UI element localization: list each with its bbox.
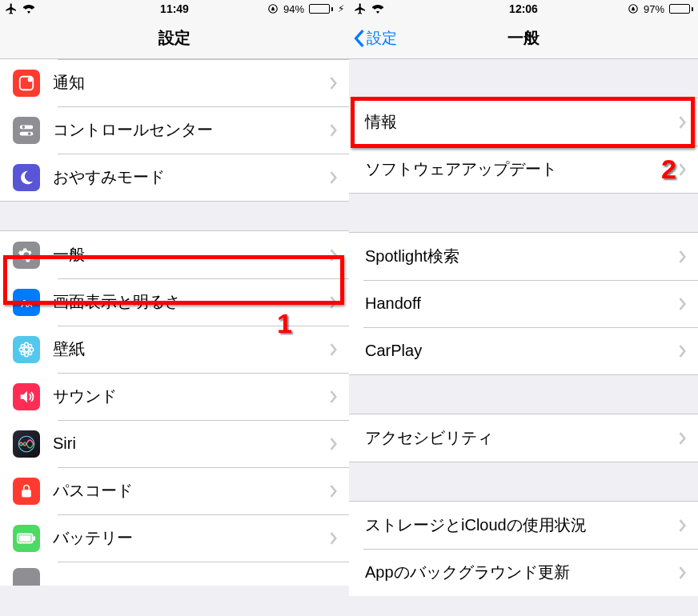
svg-point-17 <box>29 351 32 354</box>
nav-title: 設定 <box>158 27 191 49</box>
nav-title: 一般 <box>507 27 540 49</box>
row-accessibility[interactable]: アクセシビリティ <box>349 414 698 462</box>
chevron-right-icon <box>679 163 687 176</box>
row-label: Spotlight検索 <box>362 246 679 267</box>
chevron-right-icon <box>330 171 338 184</box>
status-bar: 11:49 94% ⚡︎ <box>0 0 349 18</box>
svg-point-9 <box>24 347 29 352</box>
battery-row-icon <box>13 525 40 552</box>
chevron-right-icon <box>679 432 687 445</box>
row-about[interactable]: 情報 <box>349 98 698 146</box>
battery-percent: 97% <box>644 3 664 15</box>
nav-bar: 設定 一般 <box>349 18 698 59</box>
gear-icon <box>13 242 40 269</box>
chevron-right-icon <box>330 485 338 498</box>
row-partial[interactable] <box>0 562 349 586</box>
row-label: ストレージとiCloudの使用状況 <box>362 514 679 536</box>
chevron-right-icon <box>679 566 687 579</box>
row-wallpaper[interactable]: 壁紙 <box>0 326 349 373</box>
svg-rect-3 <box>20 125 34 129</box>
nav-back-label: 設定 <box>367 28 397 49</box>
row-do-not-disturb[interactable]: おやすみモード <box>0 154 349 201</box>
control-center-icon <box>13 117 40 144</box>
chevron-right-icon <box>330 438 338 450</box>
svg-point-11 <box>25 353 29 357</box>
row-label: パスコード <box>53 480 330 502</box>
general-group-1: 情報 ソフトウェアアップデート <box>349 98 698 194</box>
chevron-right-icon <box>679 345 687 358</box>
row-label: 壁紙 <box>53 338 330 360</box>
row-handoff[interactable]: Handoff <box>349 280 698 327</box>
settings-group-2: 一般 AA 画面表示と明るさ 壁紙 サウン <box>0 230 349 586</box>
nav-back-button[interactable]: 設定 <box>354 18 397 58</box>
chevron-right-icon <box>679 116 687 129</box>
row-display[interactable]: AA 画面表示と明るさ <box>0 278 349 326</box>
notifications-icon <box>13 70 40 97</box>
svg-rect-21 <box>33 536 35 541</box>
wifi-icon <box>22 4 35 14</box>
svg-point-4 <box>22 126 26 129</box>
battery-percent: 94% <box>283 3 304 15</box>
settings-group-1: 通知 コントロールセンター おやすみモード <box>0 59 349 202</box>
svg-point-2 <box>28 77 33 82</box>
status-time: 11:49 <box>160 2 189 15</box>
row-label: Handoff <box>362 294 679 313</box>
row-control-center[interactable]: コントロールセンター <box>0 106 349 154</box>
row-label: ソフトウェアアップデート <box>362 158 679 180</box>
partial-icon <box>13 568 40 586</box>
row-notifications[interactable]: 通知 <box>0 59 349 106</box>
airplane-icon <box>5 2 18 15</box>
row-label: コントロールセンター <box>53 119 330 141</box>
right-screenshot: 12:06 97% 設定 一般 情報 ソフトウェアアップデート <box>349 0 698 616</box>
row-general[interactable]: 一般 <box>0 231 349 278</box>
general-list[interactable]: 情報 ソフトウェアアップデート Spotlight検索 Handoff CarP… <box>349 59 698 596</box>
chevron-left-icon <box>354 30 365 47</box>
svg-rect-22 <box>19 535 31 541</box>
row-label: 一般 <box>53 244 330 266</box>
chevron-right-icon <box>679 298 687 310</box>
battery-icon <box>309 4 333 14</box>
status-time: 12:06 <box>509 2 538 15</box>
settings-list[interactable]: 通知 コントロールセンター おやすみモード <box>0 59 349 586</box>
row-label: Siri <box>53 434 330 453</box>
row-spotlight[interactable]: Spotlight検索 <box>349 233 698 280</box>
row-label: バッテリー <box>53 527 330 549</box>
svg-rect-19 <box>22 490 31 497</box>
status-bar: 12:06 97% <box>349 0 698 18</box>
svg-text:A: A <box>27 300 33 308</box>
svg-point-10 <box>25 342 29 346</box>
rotation-lock-icon <box>267 3 279 14</box>
chevron-right-icon <box>679 519 687 532</box>
svg-point-16 <box>21 351 24 354</box>
charging-icon: ⚡︎ <box>338 3 344 14</box>
row-label: 画面表示と明るさ <box>53 291 330 313</box>
svg-point-14 <box>21 344 24 347</box>
row-storage[interactable]: ストレージとiCloudの使用状況 <box>349 502 698 549</box>
chevron-right-icon <box>330 77 338 90</box>
svg-point-15 <box>29 344 32 347</box>
row-label: 情報 <box>362 111 679 133</box>
wifi-icon <box>371 4 384 14</box>
chevron-right-icon <box>679 250 687 263</box>
chevron-right-icon <box>330 124 338 137</box>
general-group-3: アクセシビリティ <box>349 414 698 462</box>
row-siri[interactable]: Siri <box>0 420 349 467</box>
chevron-right-icon <box>330 532 338 545</box>
row-carplay[interactable]: CarPlay <box>349 327 698 374</box>
row-label: アクセシビリティ <box>362 427 679 449</box>
row-bg-refresh[interactable]: Appのバックグラウンド更新 <box>349 549 698 596</box>
moon-icon <box>13 164 40 191</box>
general-group-4: ストレージとiCloudの使用状況 Appのバックグラウンド更新 <box>349 501 698 596</box>
svg-point-13 <box>30 347 34 351</box>
sound-icon <box>13 383 40 410</box>
row-software-update[interactable]: ソフトウェアアップデート <box>349 146 698 193</box>
row-passcode[interactable]: パスコード <box>0 467 349 514</box>
svg-point-12 <box>19 347 23 351</box>
row-sound[interactable]: サウンド <box>0 373 349 420</box>
chevron-right-icon <box>330 296 338 309</box>
chevron-right-icon <box>330 390 338 403</box>
row-label: Appのバックグラウンド更新 <box>362 562 679 583</box>
row-label: サウンド <box>53 386 330 407</box>
passcode-icon <box>13 478 40 505</box>
row-battery[interactable]: バッテリー <box>0 514 349 562</box>
